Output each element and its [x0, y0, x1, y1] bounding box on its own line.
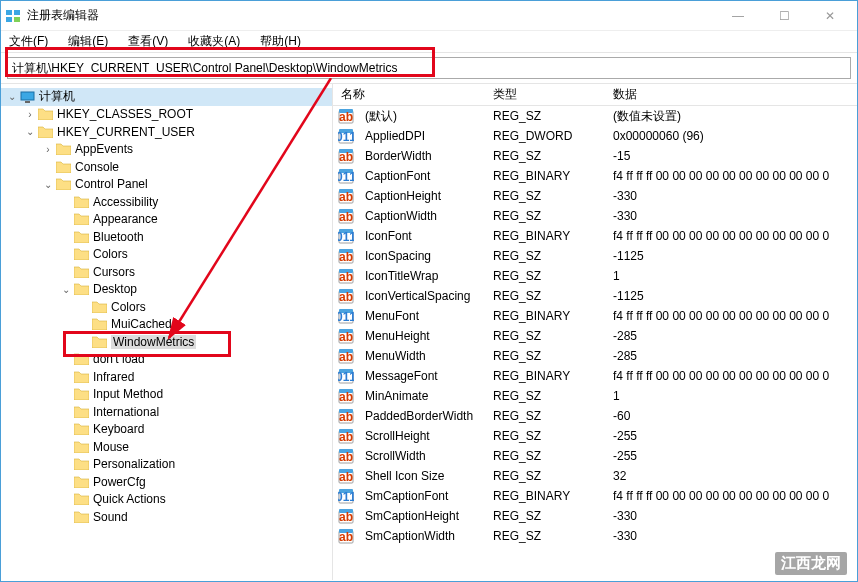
value-name: PaddedBorderWidth	[357, 409, 493, 423]
value-type: REG_SZ	[493, 529, 613, 543]
tree-item-label: HKEY_CLASSES_ROOT	[57, 107, 193, 121]
maximize-button[interactable]: ☐	[761, 2, 807, 30]
column-name[interactable]: 名称	[333, 86, 493, 103]
chevron-right-icon[interactable]: ›	[41, 144, 55, 155]
svg-text:ab: ab	[339, 110, 353, 124]
value-name: ScrollWidth	[357, 449, 493, 463]
tree-item-label: Quick Actions	[93, 492, 166, 506]
menu-view[interactable]: 查看(V)	[124, 31, 172, 52]
value-row[interactable]: abScrollHeightREG_SZ-255	[333, 426, 857, 446]
tree-item[interactable]: ⌄Desktop	[1, 281, 332, 299]
menu-help[interactable]: 帮助(H)	[256, 31, 305, 52]
tree-item[interactable]: Console	[1, 158, 332, 176]
value-row[interactable]: 011AppliedDPIREG_DWORD0x00000060 (96)	[333, 126, 857, 146]
svg-rect-0	[6, 10, 12, 15]
value-type: REG_SZ	[493, 209, 613, 223]
value-row[interactable]: abScrollWidthREG_SZ-255	[333, 446, 857, 466]
value-name: CaptionFont	[357, 169, 493, 183]
tree-panel[interactable]: ⌄计算机›HKEY_CLASSES_ROOT⌄HKEY_CURRENT_USER…	[1, 84, 333, 580]
menu-file[interactable]: 文件(F)	[5, 31, 52, 52]
tree-item[interactable]: PowerCfg	[1, 473, 332, 491]
value-row[interactable]: abPaddedBorderWidthREG_SZ-60	[333, 406, 857, 426]
chevron-right-icon[interactable]: ›	[23, 109, 37, 120]
tree-item[interactable]: Personalization	[1, 456, 332, 474]
value-name: SmCaptionWidth	[357, 529, 493, 543]
value-row[interactable]: ab(默认)REG_SZ(数值未设置)	[333, 106, 857, 126]
chevron-down-icon[interactable]: ⌄	[5, 91, 19, 102]
menu-favorites[interactable]: 收藏夹(A)	[184, 31, 244, 52]
folder-icon	[73, 247, 89, 261]
svg-text:011: 011	[338, 130, 354, 144]
tree-item-label: Keyboard	[93, 422, 144, 436]
tree-item[interactable]: Keyboard	[1, 421, 332, 439]
string-value-icon: ab	[337, 408, 355, 424]
value-row[interactable]: 011MessageFontREG_BINARYf4 ff ff ff 00 0…	[333, 366, 857, 386]
value-row[interactable]: abIconVerticalSpacingREG_SZ-1125	[333, 286, 857, 306]
tree-item[interactable]: WindowMetrics	[1, 333, 332, 351]
chevron-down-icon[interactable]: ⌄	[59, 284, 73, 295]
tree-item[interactable]: Accessibility	[1, 193, 332, 211]
value-type: REG_SZ	[493, 149, 613, 163]
tree-item[interactable]: ⌄计算机	[1, 88, 332, 106]
value-row[interactable]: abShell Icon SizeREG_SZ32	[333, 466, 857, 486]
tree-item[interactable]: Sound	[1, 508, 332, 526]
svg-text:011: 011	[338, 230, 354, 244]
tree-item[interactable]: Bluetooth	[1, 228, 332, 246]
svg-text:ab: ab	[339, 190, 353, 204]
menu-edit[interactable]: 编辑(E)	[64, 31, 112, 52]
value-row[interactable]: abCaptionWidthREG_SZ-330	[333, 206, 857, 226]
column-data[interactable]: 数据	[613, 86, 857, 103]
chevron-down-icon[interactable]: ⌄	[23, 126, 37, 137]
minimize-button[interactable]: —	[715, 2, 761, 30]
value-type: REG_BINARY	[493, 369, 613, 383]
value-row[interactable]: 011SmCaptionFontREG_BINARYf4 ff ff ff 00…	[333, 486, 857, 506]
folder-icon	[73, 370, 89, 384]
svg-rect-2	[6, 17, 12, 22]
value-row[interactable]: abBorderWidthREG_SZ-15	[333, 146, 857, 166]
column-type[interactable]: 类型	[493, 86, 613, 103]
value-row[interactable]: abMenuHeightREG_SZ-285	[333, 326, 857, 346]
svg-text:ab: ab	[339, 510, 353, 524]
address-input[interactable]: 计算机\HKEY_CURRENT_USER\Control Panel\Desk…	[7, 57, 851, 79]
tree-item[interactable]: Mouse	[1, 438, 332, 456]
value-name: MessageFont	[357, 369, 493, 383]
value-row[interactable]: abSmCaptionHeightREG_SZ-330	[333, 506, 857, 526]
close-button[interactable]: ✕	[807, 2, 853, 30]
tree-item[interactable]: Colors	[1, 246, 332, 264]
computer-icon	[19, 90, 35, 104]
tree-item[interactable]: ›HKEY_CLASSES_ROOT	[1, 106, 332, 124]
tree-item[interactable]: ⌄Control Panel	[1, 176, 332, 194]
list-panel[interactable]: 名称 类型 数据 ab(默认)REG_SZ(数值未设置)011AppliedDP…	[333, 84, 857, 580]
chevron-down-icon[interactable]: ⌄	[41, 179, 55, 190]
tree-item[interactable]: Cursors	[1, 263, 332, 281]
value-row[interactable]: abIconTitleWrapREG_SZ1	[333, 266, 857, 286]
content-area: ⌄计算机›HKEY_CLASSES_ROOT⌄HKEY_CURRENT_USER…	[1, 84, 857, 580]
svg-text:011: 011	[338, 170, 354, 184]
value-row[interactable]: abCaptionHeightREG_SZ-330	[333, 186, 857, 206]
tree-item[interactable]: Colors	[1, 298, 332, 316]
value-row[interactable]: abSmCaptionWidthREG_SZ-330	[333, 526, 857, 546]
tree-item[interactable]: Appearance	[1, 211, 332, 229]
value-row[interactable]: abMenuWidthREG_SZ-285	[333, 346, 857, 366]
value-row[interactable]: 011IconFontREG_BINARYf4 ff ff ff 00 00 0…	[333, 226, 857, 246]
tree-item[interactable]: ⌄HKEY_CURRENT_USER	[1, 123, 332, 141]
value-row[interactable]: abMinAnimateREG_SZ1	[333, 386, 857, 406]
tree-item[interactable]: Quick Actions	[1, 491, 332, 509]
tree-item[interactable]: MuiCached	[1, 316, 332, 334]
svg-rect-4	[21, 92, 34, 100]
value-name: BorderWidth	[357, 149, 493, 163]
tree-item[interactable]: International	[1, 403, 332, 421]
value-type: REG_BINARY	[493, 309, 613, 323]
binary-value-icon: 011	[337, 368, 355, 384]
value-row[interactable]: 011CaptionFontREG_BINARYf4 ff ff ff 00 0…	[333, 166, 857, 186]
folder-icon	[73, 352, 89, 366]
tree-item[interactable]: don't load	[1, 351, 332, 369]
tree-item[interactable]: ›AppEvents	[1, 141, 332, 159]
tree-item[interactable]: Infrared	[1, 368, 332, 386]
tree-item[interactable]: Input Method	[1, 386, 332, 404]
menubar: 文件(F) 编辑(E) 查看(V) 收藏夹(A) 帮助(H)	[1, 31, 857, 53]
value-data: 1	[613, 269, 857, 283]
value-row[interactable]: abIconSpacingREG_SZ-1125	[333, 246, 857, 266]
svg-text:ab: ab	[339, 150, 353, 164]
value-row[interactable]: 011MenuFontREG_BINARYf4 ff ff ff 00 00 0…	[333, 306, 857, 326]
